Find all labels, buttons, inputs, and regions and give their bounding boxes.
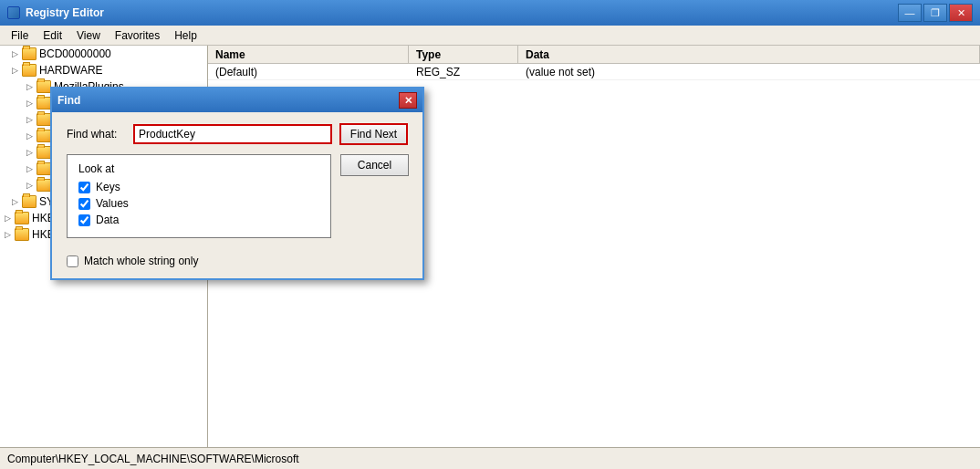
match-label: Match whole string only bbox=[84, 255, 198, 267]
find-what-input[interactable] bbox=[133, 124, 332, 144]
dialog-title: Find bbox=[57, 94, 80, 107]
look-at-label: Look at bbox=[78, 162, 319, 175]
checkbox-values-row: Values bbox=[78, 197, 319, 210]
checkbox-data[interactable] bbox=[78, 214, 90, 226]
checkbox-keys[interactable] bbox=[78, 182, 90, 193]
dialog-left: Look at Keys Values Data bbox=[67, 154, 331, 247]
checkbox-match-whole[interactable] bbox=[67, 255, 78, 267]
checkbox-data-row: Data bbox=[78, 214, 319, 226]
look-at-box: Look at Keys Values Data bbox=[67, 154, 331, 238]
checkbox-values[interactable] bbox=[78, 198, 90, 210]
dialog-right: Cancel bbox=[340, 154, 409, 176]
checkbox-keys-label: Keys bbox=[96, 181, 120, 193]
dialog-overlay: Find ✕ Find what: Find Next Look at Keys bbox=[0, 0, 980, 469]
find-next-button[interactable]: Find Next bbox=[339, 123, 408, 145]
dialog-content-row: Look at Keys Values Data bbox=[67, 154, 408, 247]
checkbox-data-label: Data bbox=[96, 214, 119, 226]
find-what-label: Find what: bbox=[67, 128, 126, 141]
find-what-row: Find what: Find Next bbox=[67, 123, 408, 145]
find-dialog: Find ✕ Find what: Find Next Look at Keys bbox=[50, 87, 424, 280]
checkbox-values-label: Values bbox=[96, 197, 129, 210]
dialog-title-bar: Find ✕ bbox=[52, 89, 422, 112]
dialog-close-button[interactable]: ✕ bbox=[399, 92, 417, 109]
cancel-button[interactable]: Cancel bbox=[340, 154, 409, 176]
dialog-body: Find what: Find Next Look at Keys bbox=[52, 112, 422, 278]
checkbox-keys-row: Keys bbox=[78, 181, 319, 193]
match-row: Match whole string only bbox=[67, 255, 408, 267]
